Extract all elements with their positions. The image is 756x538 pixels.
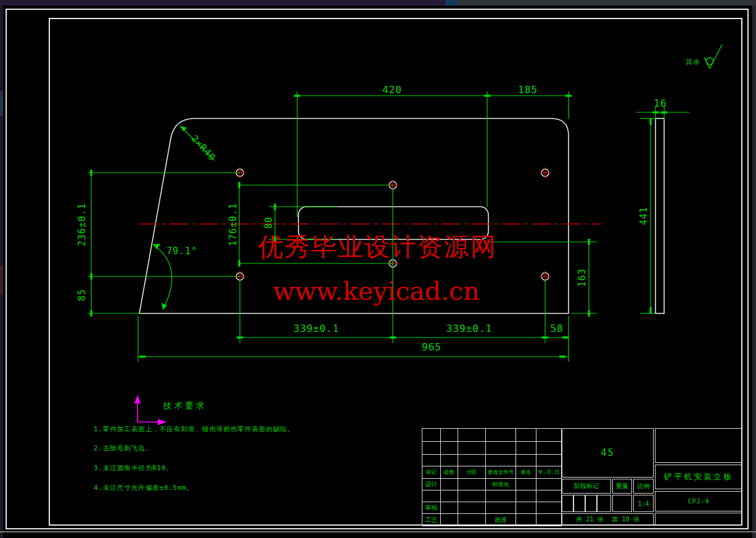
tech-req-item-2: 2.去除毛刺飞边。	[94, 444, 152, 453]
dim-441: 441	[638, 207, 649, 225]
dim-339-right: 339±0.1	[446, 323, 492, 334]
sheet-info-cell: 共 21 张 第 10 张	[562, 513, 654, 526]
leader-arrowhead	[180, 126, 187, 131]
stage-mark-cell: 阶段标记	[562, 479, 611, 494]
label-design: 设计	[422, 479, 441, 490]
title-block: 标记 处数 分区 更改文件号 签名 年.月.日 设计 标准化 审核 工艺 批准 …	[422, 428, 742, 526]
stage-box-2	[573, 495, 585, 512]
spare-cell	[655, 513, 742, 526]
dim-85: 85	[76, 289, 88, 301]
weight-cell: 重量	[612, 479, 632, 494]
dim-176: 176±0.1	[228, 203, 239, 246]
tech-req-item-3: 3.未注圆角半径为R10。	[94, 464, 173, 473]
dimension-lines	[88, 91, 689, 362]
hdr-mark: 标记	[422, 466, 441, 479]
dim-420: 420	[382, 84, 402, 96]
tech-req-item-4: 4.未注尺寸允许偏差±0.5mm。	[94, 484, 194, 492]
label-audit: 审核	[422, 502, 441, 514]
dim-58: 58	[550, 323, 563, 334]
dim-163: 163	[577, 268, 588, 287]
angle-arrowhead-bottom	[162, 303, 167, 310]
dim-236: 236±0.1	[76, 203, 88, 246]
revision-grid: 标记 处数 分区 更改文件号 签名 年.月.日 设计 标准化 审核 工艺 批准	[422, 428, 561, 526]
ucs-arrow-up	[134, 395, 141, 404]
weight-value-cell	[612, 495, 632, 512]
hdr-zone: 分区	[458, 466, 486, 479]
hdr-sign: 签名	[516, 466, 536, 479]
company-cell	[655, 428, 742, 463]
hdr-doc-no: 更改文件号	[486, 466, 516, 479]
stage-box-4	[597, 495, 611, 512]
material-cell: 45	[562, 428, 654, 478]
label-process: 工艺	[422, 514, 441, 526]
watermark-line2: www.keyicad.cn	[273, 276, 480, 306]
label-standardization: 标准化	[486, 479, 516, 490]
drawing-number-cell: CPJ-4	[655, 491, 742, 511]
dim-339-left: 339±0.1	[294, 323, 339, 334]
surface-note-label: 其余	[686, 57, 701, 67]
dim-80: 80	[263, 217, 274, 229]
part-name-cell: 铲平机安装立板	[655, 465, 742, 489]
scale-cell: 比例	[633, 479, 654, 494]
scale-value-cell: 1:4	[633, 495, 654, 512]
dim-185: 185	[518, 84, 538, 96]
stage-box-3	[585, 495, 597, 512]
dim-965: 965	[422, 341, 442, 353]
dim-16: 16	[654, 97, 667, 109]
label-approve: 批准	[486, 514, 516, 526]
sheet-page: 第 10 张	[612, 515, 639, 524]
hdr-count: 处数	[441, 466, 458, 479]
hdr-date: 年.月.日	[536, 466, 562, 479]
cad-canvas: 420 185 16 236±0.1 85 176±0.1 80 79.1° 1…	[0, 0, 756, 538]
angle-arrowhead-top	[153, 244, 160, 249]
ucs-arrow-right	[158, 419, 166, 425]
sheets-total: 共 21 张	[576, 515, 603, 524]
ucs-icon	[138, 400, 162, 422]
tech-req-item-1: 1.零件加工表面上，不应有划痕、碰伤等损伤零件表面的缺陷。	[94, 425, 294, 434]
watermark-line1: 优秀毕业设计资源网	[258, 230, 497, 264]
stage-box-1	[562, 495, 573, 512]
dimension-ticks	[90, 95, 667, 358]
side-view-outline	[655, 118, 664, 313]
tech-requirements-title: 技术要求	[163, 400, 207, 412]
dim-angle: 79.1°	[166, 246, 197, 257]
surface-finish-icon	[704, 44, 722, 68]
